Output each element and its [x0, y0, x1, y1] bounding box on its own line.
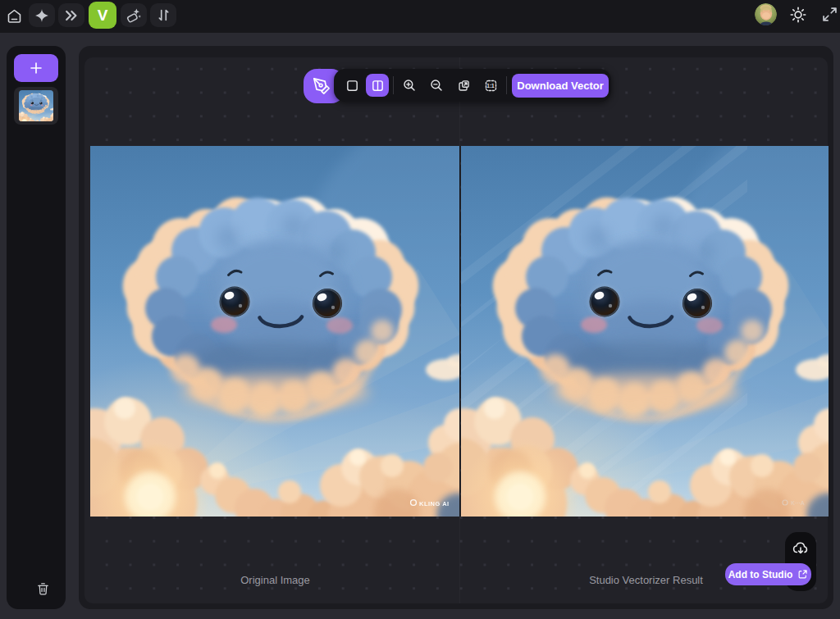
- svg-text:K···A: K···A: [791, 500, 805, 506]
- svg-text:KLING AI: KLING AI: [419, 500, 450, 507]
